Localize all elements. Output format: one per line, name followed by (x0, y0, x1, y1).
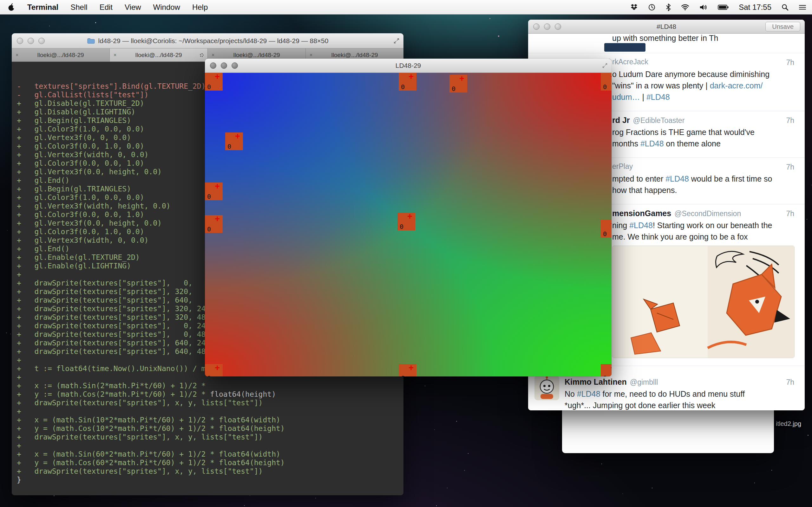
twitter-window-controls (528, 23, 561, 30)
sprite-cross: + (215, 214, 220, 223)
tab-close-icon[interactable]: × (15, 52, 18, 58)
tweet-text: o Ludum Dare anymore because diminishing (612, 70, 769, 78)
sprite-label: 0 (207, 374, 211, 377)
sprite-label: 0 (603, 374, 607, 377)
tweet-author[interactable]: mensionGames (612, 209, 671, 218)
tweet-partial[interactable]: up with something better in Th (528, 34, 805, 53)
sprite-label: 0 (227, 143, 231, 150)
gl-canvas[interactable]: 0+0+0+0+0+0+0+0+0+0+0+0+ (205, 73, 612, 377)
tweet-link[interactable]: #LD48 (641, 139, 664, 148)
menu-item-terminal[interactable]: Terminal (27, 3, 58, 12)
tweet-author[interactable]: rd Jr (612, 116, 630, 124)
tweet-text-line: me. We think you are going to be a fox (612, 231, 794, 242)
minimize-button[interactable] (544, 23, 550, 30)
tweet-text-line: No #LD48 for me, need to do HUDs and men… (565, 388, 794, 400)
menu-clock[interactable]: Sat 17:55 (739, 3, 771, 12)
tweet-text-line: rog Fractions is THE game that would've (612, 126, 794, 138)
tweet-author[interactable]: Kimmo Lahtinen (565, 377, 627, 386)
volume-icon[interactable] (699, 4, 708, 11)
minimize-button[interactable] (221, 62, 227, 69)
tab-activity-icon (200, 53, 204, 57)
tweet-text-line: ning #LD48! Starting work on our beneath… (612, 220, 794, 231)
tweet-text-line: months #LD48 on theme alone (612, 138, 794, 149)
tweet-link[interactable]: #LD48 (577, 389, 600, 398)
sprite-cross: + (611, 219, 612, 228)
tweet-link[interactable]: dark-acre.com/ (710, 81, 763, 90)
tab-close-icon[interactable]: × (113, 52, 116, 58)
tweet-link[interactable]: #LD48 (665, 174, 689, 183)
sprite-cross: + (407, 211, 412, 221)
tweet-link[interactable]: #LD48 (629, 221, 653, 230)
close-button[interactable] (210, 62, 216, 69)
twitter-titlebar[interactable]: #LD48 Unsave (528, 20, 805, 34)
menu-item-help[interactable]: Help (192, 3, 208, 12)
sprite-label: 0 (207, 225, 211, 233)
tweet-text-line: "wins" in a row was plenty | dark-acre.c… (612, 80, 794, 91)
battery-icon[interactable] (718, 4, 728, 10)
tweet-header: rkAcreJack (612, 58, 794, 68)
desktop-file-label[interactable]: itled2.jpg (776, 420, 801, 428)
ld48-titlebar[interactable]: LD48-29 (205, 59, 612, 73)
tab-close-icon[interactable]: × (310, 52, 312, 58)
tweet-text-line: mpted to enter #LD48 would be a first ti… (612, 173, 794, 184)
sprite-cross: + (215, 181, 220, 191)
tweet-link[interactable]: udum… (612, 93, 640, 101)
minimize-button[interactable] (28, 38, 34, 44)
game-sprite: 0+ (601, 220, 612, 238)
terminal-tab-1[interactable]: ×lloeki@.../ld48-29 (12, 49, 110, 61)
tweet-time: 7h (786, 116, 794, 125)
ld48-window: LD48-29 0+0+0+0+0+0+0+0+0+0+0+0+ (205, 59, 612, 377)
terminal-titlebar[interactable]: ld48-29 — lloeki@Coriolis: ~/Workspace/p… (12, 33, 403, 49)
apple-menu-icon[interactable] (8, 3, 15, 11)
menu-item-window[interactable]: Window (153, 3, 180, 12)
tweet-handle[interactable]: @gimblll (630, 378, 658, 386)
game-sprite: 0+ (601, 364, 612, 377)
tweet-text: ! Starting work on our beneath the (653, 221, 772, 230)
diff-line-tail: float64(height) (210, 390, 276, 398)
tweet-text: | (640, 93, 647, 101)
tweet-handle[interactable]: @EdibleToaster (633, 116, 685, 124)
zoom-button[interactable] (232, 62, 238, 69)
diff-line: + (17, 441, 403, 450)
tweet-text-line: o Ludum Dare anymore because diminishing (612, 68, 794, 80)
zoom-button[interactable] (555, 23, 561, 30)
spotlight-icon[interactable] (781, 4, 789, 11)
sprite-label: 0 (207, 83, 211, 91)
bluetooth-icon[interactable] (666, 3, 671, 11)
tweet-handle[interactable]: @SecondDimension (674, 210, 741, 218)
fullscreen-icon[interactable] (393, 38, 400, 44)
tweet-photo-fox-sketches[interactable] (612, 245, 795, 358)
menu-bar-items: TerminalShellEditViewWindowHelp (27, 3, 208, 12)
zoom-button[interactable] (38, 38, 45, 44)
game-sprite: 0+ (205, 182, 223, 200)
sprite-label: 0 (401, 374, 405, 377)
terminal-title: ld48-29 — lloeki@Coriolis: ~/Workspace/p… (98, 37, 328, 45)
tab-label: lloeki@.../ld48-29 (135, 52, 182, 59)
tweet-text: *ugh*... Jumping got done earlier this w… (565, 401, 715, 410)
time-machine-icon[interactable] (648, 3, 656, 11)
menu-item-view[interactable]: View (125, 3, 141, 12)
game-sprite: 0+ (225, 132, 243, 150)
diff-line: + drawSprite(textures["sprites"], x, y, … (17, 467, 403, 475)
close-button[interactable] (17, 38, 23, 44)
tweet-link[interactable]: #LD48 (647, 93, 670, 101)
dropbox-icon[interactable] (630, 4, 638, 11)
menu-item-shell[interactable]: Shell (70, 3, 87, 12)
unsave-button[interactable]: Unsave (765, 22, 800, 32)
resize-icon[interactable] (602, 63, 608, 68)
close-button[interactable] (533, 23, 540, 30)
tab-close-icon[interactable]: × (212, 52, 214, 58)
diff-line: + (17, 407, 403, 416)
tweet-handle[interactable]: erPlay (612, 162, 633, 170)
wifi-icon[interactable] (681, 4, 689, 10)
notification-center-icon[interactable] (799, 4, 806, 10)
diff-line: + drawSprite(textures["sprites"], x, y, … (17, 399, 403, 407)
diff-line: + y := (math.Cos(2*math.Pi*t/60) + 1)/2 … (17, 390, 403, 399)
tweet-handle[interactable]: rkAcreJack (612, 58, 648, 66)
tweet-text: ning (612, 221, 629, 230)
game-sprite: 0+ (205, 73, 223, 91)
tweet-time: 7h (786, 163, 794, 171)
terminal-tab-2[interactable]: ×lloeki@.../ld48-29 (110, 49, 208, 61)
tweet-header: erPlay (612, 162, 794, 173)
menu-item-edit[interactable]: Edit (100, 3, 113, 12)
